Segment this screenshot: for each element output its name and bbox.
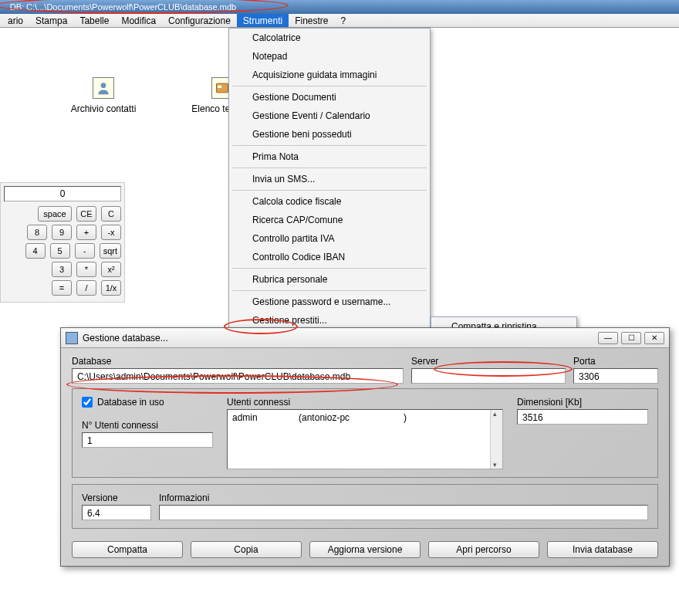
menu-modifica[interactable]: Modifica [115, 14, 162, 27]
input-n-utenti[interactable]: 1 [82, 432, 213, 448]
dialog-titlebar[interactable]: Gestione database... — ☐ ✕ [61, 328, 669, 348]
calc-btn-5[interactable]: 5 [50, 243, 70, 259]
scrollbar[interactable] [490, 410, 502, 469]
calc-btn-9[interactable]: 9 [52, 225, 72, 240]
label-versione: Versione [82, 492, 151, 503]
calc-btn-ce[interactable]: CE [76, 206, 96, 222]
btn-compatta[interactable]: Compatta [72, 541, 183, 558]
label-porta: Porta [573, 356, 658, 367]
input-database[interactable]: C:\Users\admin\Documents\Powerwolf\Power… [72, 368, 404, 384]
close-button[interactable]: ✕ [644, 332, 664, 344]
calc-btn-c[interactable]: C [101, 206, 121, 222]
label-utenti-connessi: Utenti connessi [227, 397, 503, 408]
ddi-rubrica[interactable]: Rubrica personale [229, 270, 430, 289]
ddi-notepad[interactable]: Notepad [229, 47, 430, 66]
calc-btn-minus[interactable]: - [75, 243, 95, 259]
calc-display: 0 [4, 186, 121, 201]
label-informazioni: Informazioni [159, 492, 648, 503]
ddi-partita-iva[interactable]: Controllo partita IVA [229, 229, 430, 248]
checkbox-db-in-uso[interactable]: Database in uso [82, 397, 213, 408]
menu-ario[interactable]: ario [2, 14, 29, 27]
calc-btn-plus[interactable]: + [76, 225, 96, 240]
ddi-gest-eventi[interactable]: Gestione Eventi / Calendario [229, 107, 430, 125]
calc-btn-eq[interactable]: = [52, 280, 72, 296]
calculator-panel: 0 space CE C 8 9 + -x 4 5 - sqrt 3 * x² … [0, 182, 125, 303]
menu-configurazione[interactable]: Configurazione [162, 14, 237, 27]
contacts-icon [93, 77, 114, 99]
svg-rect-2 [218, 86, 221, 88]
ddi-gest-password[interactable]: Gestione password e username... [229, 293, 430, 311]
ddi-codice-fiscale[interactable]: Calcola codice fiscale [229, 192, 430, 211]
icon-archivio-contatti[interactable]: Archivio contatti [49, 77, 157, 114]
listbox-utenti[interactable]: admin (antonioz-pc ) [227, 409, 503, 469]
ddi-gest-documenti[interactable]: Gestione Documenti [229, 88, 430, 107]
label-n-utenti: N° Utenti connessi [82, 420, 213, 431]
menu-tabelle[interactable]: Tabelle [73, 14, 115, 27]
label-database: Database [72, 356, 404, 367]
chk-label: Database in uso [97, 397, 164, 408]
calc-btn-sq[interactable]: x² [101, 262, 121, 277]
ddi-gest-beni[interactable]: Gestione beni posseduti [229, 125, 430, 144]
svg-point-0 [101, 83, 106, 88]
maximize-button[interactable]: ☐ [621, 332, 641, 344]
minimize-button[interactable]: — [598, 332, 618, 344]
btn-aggiorna-versione[interactable]: Aggiorna versione [309, 541, 421, 558]
window-titlebar: - DB: C:\...\Documents\Powerwolf\PowerCL… [0, 0, 679, 14]
title-text: - DB: C:\...\Documents\Powerwolf\PowerCL… [5, 2, 236, 12]
menu-finestre[interactable]: Finestre [289, 14, 334, 27]
calc-btn-4[interactable]: 4 [25, 243, 46, 259]
menu-help[interactable]: ? [335, 14, 353, 27]
btn-invia-database[interactable]: Invia database [547, 541, 658, 558]
chk-input[interactable] [82, 397, 93, 408]
ddi-prima-nota[interactable]: Prima Nota [229, 147, 430, 166]
calc-btn-negx[interactable]: -x [101, 225, 121, 240]
label-server: Server [411, 356, 566, 367]
list-item: admin (antonioz-pc ) [232, 412, 407, 423]
calc-btn-sqrt[interactable]: sqrt [100, 243, 121, 259]
ddi-calcolatrice[interactable]: Calcolatrice [229, 29, 430, 47]
calc-btn-inv[interactable]: 1/x [101, 280, 121, 296]
calc-btn-8[interactable]: 8 [27, 225, 47, 240]
label-dimensioni: Dimensioni [Kb] [517, 397, 648, 408]
dialog-icon [66, 332, 78, 344]
ddi-iban[interactable]: Controllo Codice IBAN [229, 248, 430, 266]
btn-apri-percorso[interactable]: Apri percorso [428, 541, 539, 558]
ddi-ricerca-cap[interactable]: Ricerca CAP/Comune [229, 211, 430, 229]
input-versione[interactable]: 6.4 [82, 505, 151, 520]
input-server[interactable] [411, 368, 566, 384]
calc-btn-3[interactable]: 3 [52, 262, 72, 277]
menu-strumenti[interactable]: Strumenti [237, 14, 289, 27]
input-porta[interactable]: 3306 [573, 368, 658, 384]
input-dimensioni[interactable]: 3516 [517, 409, 648, 425]
calc-btn-space[interactable]: space [38, 206, 72, 222]
ddi-acquisizione[interactable]: Acquisizione guidata immagini [229, 66, 430, 84]
calc-btn-mul[interactable]: * [76, 262, 96, 277]
ddi-invia-sms[interactable]: Invia un SMS... [229, 170, 430, 188]
dialog-gestione-database: Gestione database... — ☐ ✕ Database C:\U… [60, 327, 670, 567]
dialog-title-text: Gestione database... [83, 333, 168, 344]
btn-copia[interactable]: Copia [191, 541, 302, 558]
calc-btn-div[interactable]: / [76, 280, 96, 296]
input-informazioni[interactable] [159, 505, 648, 520]
menubar: ario Stampa Tabelle Modifica Configurazi… [0, 14, 679, 28]
menu-stampa[interactable]: Stampa [29, 14, 73, 27]
icon-label: Archivio contatti [49, 103, 157, 114]
